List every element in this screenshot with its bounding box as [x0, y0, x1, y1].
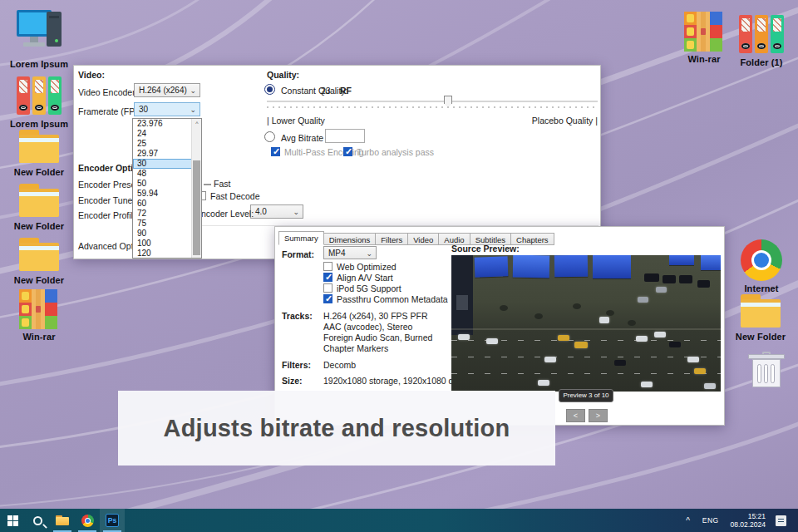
scroll-up-icon[interactable]: ^ — [192, 119, 202, 128]
framerate-option[interactable]: 72 — [133, 209, 192, 219]
chevron-down-icon: ⌄ — [190, 85, 196, 97]
video-encoder-value: H.264 (x264) — [139, 86, 187, 95]
encoder-preset-value: Fast — [214, 179, 230, 189]
framerate-option-selected[interactable]: 30 — [133, 159, 192, 169]
track-line: Chapter Markers — [323, 343, 388, 353]
ipod-support-label: iPod 5G Support — [337, 283, 401, 293]
chevron-down-icon: ⌄ — [366, 248, 372, 260]
trash-icon — [746, 352, 786, 390]
preview-prev-button[interactable]: < — [566, 409, 585, 422]
passthru-metadata-checkbox[interactable] — [323, 294, 332, 303]
avg-bitrate-input[interactable] — [325, 129, 365, 143]
desktop-wallpaper: Lorem Ipsum Lorem Ipsum New Folder New F… — [0, 0, 798, 532]
encoder-level-select[interactable]: 4.0 ⌄ — [250, 204, 303, 219]
taskbar-search-button[interactable] — [25, 509, 50, 532]
placebo-quality-label: Placebo Quality | — [490, 116, 598, 126]
folder-icon — [18, 182, 60, 219]
file-explorer-icon — [56, 515, 69, 525]
scrollbar-thumb[interactable] — [193, 160, 200, 255]
clock-date: 08.02.2024 — [730, 520, 766, 529]
dropdown-scrollbar[interactable]: ^ — [191, 119, 201, 258]
align-av-start-checkbox[interactable] — [323, 273, 332, 282]
tab-video[interactable]: Video — [407, 233, 439, 245]
tab-summary[interactable]: Summary — [278, 231, 324, 245]
framerate-option[interactable]: 75 — [133, 219, 192, 229]
size-label: Size: — [282, 376, 303, 386]
icon-label: Folder (1) — [727, 57, 796, 67]
framerate-option[interactable]: 48 — [133, 169, 192, 179]
track-line: AAC (avcodec), Stereo — [323, 322, 412, 332]
web-optimized-label: Web Optimized — [337, 262, 397, 272]
web-optimized-checkbox[interactable] — [323, 262, 332, 271]
clock-time: 15:21 — [730, 512, 766, 520]
tab-filters[interactable]: Filters — [375, 233, 408, 245]
desktop-icon-winrar-left[interactable]: Win-rar — [4, 289, 74, 342]
framerate-option[interactable]: 29.97 — [133, 149, 192, 159]
icon-label: New Folder — [4, 275, 74, 285]
binders-icon — [16, 75, 62, 116]
framerate-option[interactable]: 120 — [133, 249, 192, 259]
desktop-icon-binders[interactable]: Lorem Ipsum — [4, 75, 74, 129]
desktop-icon-computer[interactable]: Lorem Ipsum — [4, 8, 74, 69]
tab-dimensions[interactable]: Dimensions — [323, 233, 377, 245]
chrome-icon — [741, 239, 782, 281]
desktop-icon-new-folder-2[interactable]: New Folder — [4, 182, 74, 231]
quality-slider-track[interactable] — [267, 101, 598, 102]
binders-icon — [738, 13, 785, 55]
winrar-icon — [19, 289, 59, 329]
lower-quality-label: | Lower Quality — [267, 116, 325, 126]
framerate-value: 30 — [139, 105, 148, 114]
framerate-option[interactable]: 23.976 — [133, 119, 192, 129]
start-button[interactable] — [0, 509, 25, 532]
language-indicator[interactable]: ENG — [696, 516, 726, 525]
desktop-icon-folder-1[interactable]: Folder (1) — [727, 13, 796, 67]
framerate-option[interactable]: 25 — [133, 139, 192, 149]
encoder-level-label: Encoder Level: — [195, 209, 254, 219]
multipass-checkbox[interactable] — [271, 147, 280, 156]
desktop-icon-new-folder-1[interactable]: New Folder — [4, 128, 74, 177]
video-encoder-select[interactable]: H.264 (x264) ⌄ — [134, 83, 200, 97]
video-section-heading: Video: — [78, 70, 105, 80]
framerate-option[interactable]: 60 — [133, 199, 192, 209]
desktop-icon-trash[interactable] — [732, 352, 798, 390]
folder-icon — [18, 236, 60, 273]
filters-value: Decomb — [323, 360, 356, 370]
encoder-level-value: 4.0 — [255, 207, 267, 216]
icon-label: New Folder — [4, 167, 74, 177]
framerate-option[interactable]: 100 — [133, 239, 192, 249]
windows-logo-icon — [7, 515, 18, 526]
ipod-support-checkbox[interactable] — [323, 283, 332, 293]
clock[interactable]: 15:21 08.02.2024 — [725, 512, 771, 529]
taskbar: Ps ^ ENG 15:21 08.02.2024 — [0, 509, 798, 532]
quality-section-heading: Quality: — [267, 70, 299, 80]
preset-slider-fragment[interactable] — [204, 184, 211, 185]
framerate-dropdown-list[interactable]: 23.976 24 25 29.97 30 48 50 59.94 60 72 … — [132, 118, 202, 259]
framerate-option[interactable]: 24 — [133, 129, 192, 139]
folder-icon — [18, 128, 60, 165]
caption-banner: Adjusts bitrate and resolution — [118, 391, 555, 466]
format-label: Format: — [282, 249, 314, 259]
constant-quality-radio[interactable] — [264, 84, 275, 95]
tray-chevron-icon[interactable]: ^ — [680, 516, 696, 525]
turbo-checkbox[interactable] — [343, 147, 352, 156]
desktop-icon-internet[interactable]: Internet — [727, 239, 796, 293]
taskbar-explorer-button[interactable] — [50, 509, 75, 532]
fast-decode-label: Fast Decode — [210, 191, 260, 201]
format-select[interactable]: MP4 ⌄ — [323, 246, 377, 259]
preview-next-button[interactable]: > — [589, 409, 608, 422]
folder-icon — [740, 293, 781, 329]
preview-counter-badge: Preview 3 of 10 — [559, 389, 613, 402]
desktop-icon-new-folder-3[interactable]: New Folder — [4, 236, 74, 285]
taskbar-chrome-button[interactable] — [75, 509, 100, 532]
framerate-select[interactable]: 30 ⌄ — [134, 102, 200, 116]
framerate-option[interactable]: 59.94 — [133, 189, 192, 199]
framerate-option[interactable]: 90 — [133, 229, 192, 239]
taskbar-photoshop-button[interactable]: Ps — [100, 509, 125, 532]
framerate-option[interactable]: 50 — [133, 179, 192, 189]
avg-bitrate-radio[interactable] — [264, 131, 275, 142]
system-tray: ^ ENG 15:21 08.02.2024 — [680, 509, 798, 532]
chrome-icon — [81, 515, 94, 527]
desktop-icon-new-folder-right[interactable]: New Folder — [726, 293, 796, 342]
winrar-icon — [684, 12, 724, 52]
notification-icon[interactable] — [776, 515, 786, 526]
